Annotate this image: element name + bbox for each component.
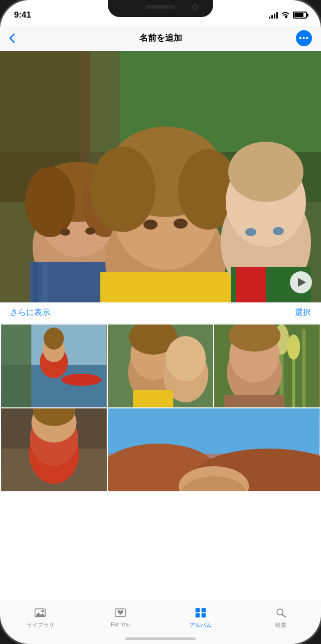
svg-point-34: [61, 374, 101, 386]
content-area: さらに表示 選択: [0, 51, 321, 600]
svg-rect-12: [43, 262, 48, 302]
svg-point-8: [25, 167, 75, 237]
battery-icon: [293, 12, 307, 19]
thumb-2-svg: [108, 325, 214, 407]
svg-point-27: [174, 219, 188, 229]
svg-marker-70: [35, 612, 46, 617]
tab-search[interactable]: 検索: [241, 605, 321, 629]
home-indicator: [125, 637, 196, 640]
grid-row-2: [1, 408, 320, 491]
svg-point-51: [287, 335, 300, 360]
grid-cell-1[interactable]: [1, 325, 107, 407]
svg-rect-45: [133, 390, 173, 407]
more-button[interactable]: •••: [296, 30, 312, 46]
tab-library-label: ライブラリ: [27, 621, 54, 629]
tab-albums[interactable]: アルバム: [160, 605, 241, 629]
svg-rect-76: [202, 613, 206, 618]
tab-albums-label: アルバム: [190, 621, 212, 629]
controls-bar: さらに表示 選択: [0, 302, 321, 324]
thumb-3-svg: [214, 325, 320, 407]
svg-rect-55: [225, 395, 285, 407]
svg-point-37: [44, 328, 64, 350]
main-photo-svg: [0, 51, 321, 302]
thumb-4-svg: [1, 408, 107, 491]
tab-for-you-label: For You: [111, 621, 130, 627]
svg-point-25: [85, 228, 95, 235]
svg-rect-23: [236, 267, 266, 302]
svg-point-24: [60, 229, 70, 236]
more-icon: •••: [299, 34, 309, 42]
svg-point-21: [228, 142, 303, 202]
nav-title: 名前を追加: [139, 32, 182, 44]
svg-rect-18: [100, 272, 231, 302]
main-photo[interactable]: [0, 51, 321, 302]
tab-search-label: 検索: [275, 621, 286, 629]
grid-row-1: [1, 325, 320, 407]
play-button[interactable]: [290, 271, 312, 293]
nav-bar: 名前を追加 •••: [0, 25, 321, 51]
svg-line-78: [282, 614, 286, 617]
svg-rect-33: [1, 325, 31, 407]
svg-rect-74: [202, 608, 206, 612]
tab-library[interactable]: ライブラリ: [0, 605, 80, 629]
thumb-5-svg: [108, 408, 320, 491]
signal-bars-icon: [269, 12, 278, 19]
tab-for-you-icon: [113, 605, 127, 619]
svg-point-71: [42, 610, 44, 612]
phone-frame: 9:41: [0, 0, 321, 644]
svg-rect-75: [196, 613, 200, 618]
svg-point-29: [273, 227, 284, 235]
main-photo-placeholder: [0, 51, 321, 302]
grid-cell-3[interactable]: [214, 325, 320, 407]
grid-cell-4[interactable]: [1, 408, 107, 491]
status-time: 9:41: [14, 10, 31, 20]
select-button[interactable]: 選択: [295, 307, 311, 318]
tab-for-you[interactable]: For You: [80, 605, 160, 627]
play-icon: [298, 278, 306, 287]
svg-point-44: [166, 336, 206, 381]
tab-search-icon: [274, 605, 288, 619]
photo-grid: [0, 324, 321, 493]
notch: [108, 0, 213, 17]
svg-point-28: [245, 228, 256, 236]
svg-rect-49: [302, 330, 306, 407]
grid-cell-2[interactable]: [108, 325, 214, 407]
svg-point-26: [143, 220, 157, 230]
phone-screen: 9:41: [0, 0, 321, 644]
show-more-button[interactable]: さらに表示: [10, 307, 50, 318]
tab-albums-icon: [194, 605, 208, 619]
svg-point-16: [90, 147, 155, 232]
tab-library-icon: [33, 605, 47, 619]
wifi-icon: [281, 11, 290, 20]
thumb-1-svg: [1, 325, 107, 407]
status-icons: [269, 11, 307, 20]
back-button[interactable]: [9, 33, 15, 43]
svg-rect-73: [196, 608, 200, 612]
svg-rect-11: [33, 262, 38, 302]
grid-cell-5[interactable]: [108, 408, 320, 491]
